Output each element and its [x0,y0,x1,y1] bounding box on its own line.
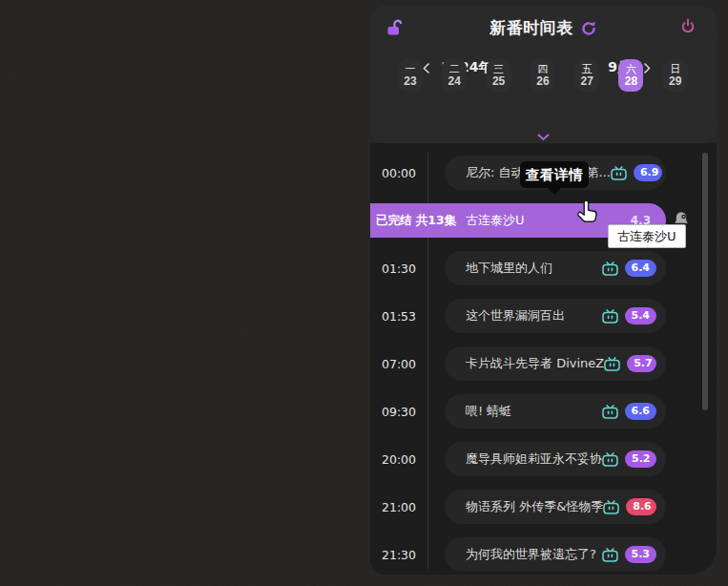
show-title: 古连泰沙U [466,212,525,229]
day-button-28[interactable]: 六 28 [618,59,643,92]
view-details-tooltip: 查看详情 [520,161,589,188]
show-item[interactable]: 这个世界漏洞百出 5.4 [445,299,666,333]
tv-icon [603,500,619,514]
expand-chevron-down-icon[interactable] [370,132,717,142]
show-title: 这个世界漏洞百出 [466,307,565,324]
weekday-label: 二 [449,64,460,74]
power-icon[interactable] [680,18,696,34]
view-details-tooltip-text: 查看详情 [526,166,583,184]
tv-icon [604,357,620,371]
date-label: 23 [404,75,416,87]
show-item[interactable]: 魔导具师妲莉亚永不妥协 5.2 [445,442,666,476]
date-label: 27 [581,75,593,87]
schedule-rows: 00:00 尼尔: 自动第... 6.9 已完结 共13集 古连泰沙U 4.3 [370,156,717,585]
day-button-25[interactable]: 三 25 [487,59,511,92]
weekday-label: 三 [493,64,504,74]
score-badge: 5.7 [627,355,656,371]
date-label: 25 [492,75,505,87]
show-item[interactable]: 喂! 蜻蜓 6.6 [445,394,666,429]
hover-title-tooltip: 古连泰沙U [608,224,686,248]
score-badge: 6.4 [625,260,657,276]
row-time-label: 09:30 [370,394,427,429]
schedule-row: 09:30 喂! 蜻蜓 6.6 [370,394,717,429]
calendar-panel: 新番时间表 2024年 [370,6,717,143]
refresh-icon[interactable] [580,20,597,37]
tv-icon [602,405,618,419]
show-title: 魔导具师妲莉亚永不妥协 [466,450,602,468]
completion-status-label: 已完结 共13集 [376,213,456,229]
show-item[interactable]: 为何我的世界被遗忘了? 5.3 [445,537,666,572]
tv-icon [602,309,618,324]
row-time-label: 07:00 [370,346,427,381]
date-label: 26 [536,75,549,87]
weekday-label: 六 [626,64,636,74]
weekday-label: 四 [537,64,548,74]
day-button-23[interactable]: 一 23 [398,59,423,92]
day-button-26[interactable]: 四 26 [530,59,555,92]
row-time-label: 21:00 [370,490,427,524]
schedule-row: 20:00 魔导具师妲莉亚永不妥协 5.2 [370,442,717,476]
score-badge: 5.2 [625,450,656,467]
tv-icon [611,166,627,180]
schedule-row: 01:30 地下城里的人们 6.4 [370,251,717,285]
schedule-row: 21:30 为何我的世界被遗忘了? 5.3 [370,537,717,572]
tv-icon [602,452,618,467]
date-label: 28 [625,75,637,87]
score-badge: 6.9 [634,164,662,180]
schedule-panel: 00:00 尼尔: 自动第... 6.9 已完结 共13集 古连泰沙U 4.3 [370,143,717,575]
show-title: 喂! 蜻蜓 [466,403,511,420]
schedule-row: 01:53 这个世界漏洞百出 5.4 [370,299,717,333]
tv-icon [602,548,618,562]
row-time-label: 01:53 [370,299,427,333]
show-title: 卡片战斗先导者 DivineZ [466,355,604,372]
schedule-row: 07:00 卡片战斗先导者 DivineZ 5.7 [370,346,717,381]
panel-header: 新番时间表 [370,6,717,48]
show-title: 地下城里的人们 [466,260,552,277]
date-label: 24 [448,75,461,87]
score-badge: 8.6 [626,498,656,514]
show-item[interactable]: 物语系列 外传季&怪物季 8.6 [445,490,666,524]
weekday-label: 一 [406,64,416,74]
show-title: 为何我的世界被遗忘了? [466,546,596,563]
day-button-27[interactable]: 五 27 [574,59,599,92]
weekday-label: 五 [582,64,593,74]
day-button-24[interactable]: 二 24 [442,59,467,92]
row-time-label: 00:00 [370,156,427,190]
row-time-label: 01:30 [370,251,427,285]
show-title: 物语系列 外传季&怪物季 [466,498,603,515]
show-item[interactable]: 卡片战斗先导者 DivineZ 5.7 [445,346,666,381]
weekday-row: 一 23 二 24 三 25 四 26 五 27 六 28 日 29 [398,59,688,92]
row-time-label: 21:30 [370,537,427,572]
scrollbar-thumb[interactable] [702,153,708,410]
score-badge: 5.3 [625,546,657,562]
page-title: 新番时间表 [489,17,573,39]
row-time-label: 20:00 [370,442,427,476]
score-badge: 5.4 [625,307,657,324]
score-badge: 6.6 [625,403,657,419]
day-button-29[interactable]: 日 29 [663,59,688,92]
show-item[interactable]: 地下城里的人们 6.4 [445,251,666,285]
schedule-row: 21:00 物语系列 外传季&怪物季 8.6 [370,490,717,524]
weekday-label: 日 [670,64,680,74]
tv-icon [602,262,618,276]
hover-title-tooltip-text: 古连泰沙U [617,228,676,245]
date-label: 29 [669,75,681,87]
